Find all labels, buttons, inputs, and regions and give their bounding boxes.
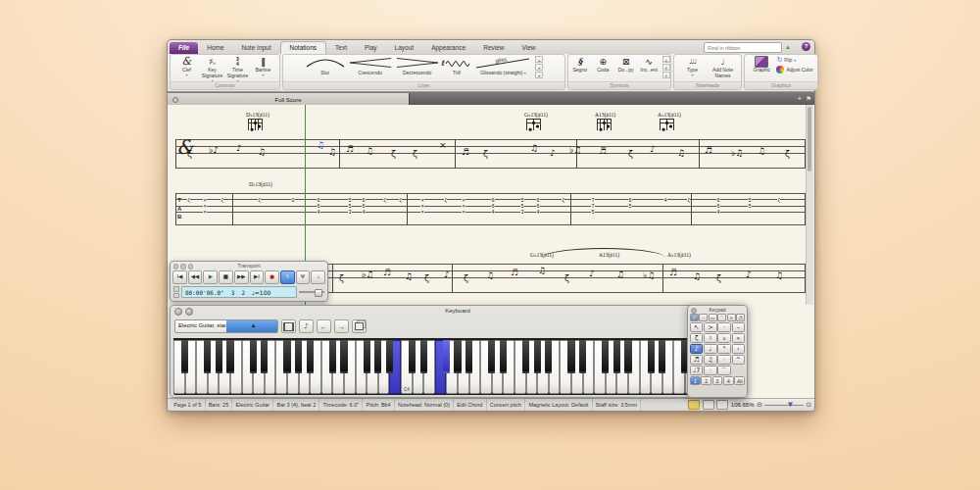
tab-file[interactable]: File [170,42,198,54]
note-input-icon[interactable]: ♪ [299,319,314,333]
tab-notations[interactable]: Notations [280,41,326,54]
tab-view[interactable]: View [514,42,545,54]
tab-numbers[interactable]: 664 [362,197,366,216]
zoom-out-icon[interactable]: ⊖ [757,400,762,410]
status-pitch[interactable]: Pitch: Bb4 [363,399,394,411]
tab-numbers[interactable]: 664 [716,197,720,216]
piano-key-black[interactable] [443,340,450,373]
decrescendo-button[interactable]: Decrescendo [394,56,441,75]
play-button[interactable]: ▶ [203,270,218,284]
keypad-button[interactable]: ♩7 [690,366,703,375]
piano-keyboard[interactable]: C4 [173,338,742,395]
status-page-1-of-5[interactable]: Page 1 of 5 [171,399,206,411]
instrument-select[interactable]: Electric Guitar, standard tuning ▲▼ [174,319,278,333]
tab-numbers[interactable]: ζ [562,197,564,203]
chord-symbol[interactable]: G♭13(♯11) [524,112,548,130]
chord-symbol[interactable]: A13(♯11) [595,112,615,130]
group-scroll-arrows[interactable]: ▴▾▾ [535,56,544,78]
tab-numbers[interactable]: ζ [777,197,780,203]
note-glyph[interactable]: ζ [187,150,192,159]
note-glyph[interactable]: ♪ [550,149,556,158]
tab-home-icon[interactable] [172,97,178,103]
keypad-tab-common-notes[interactable]: ♪ [690,314,699,321]
keypad-button[interactable]: ζ [690,333,703,343]
selected-note[interactable]: ♫ [317,141,324,150]
note-glyph[interactable]: ♭♪ [209,146,219,155]
piano-key-black[interactable] [534,340,541,373]
panel-close-dot[interactable] [691,308,697,314]
piano-key-black[interactable] [340,340,347,373]
tab-numbers[interactable]: ××× [203,197,207,216]
tab-numbers[interactable]: 4 [663,197,667,203]
move-playback-line-button[interactable]: ♩ [311,270,325,284]
tab-numbers[interactable]: 65 [628,197,632,210]
note-glyph[interactable]: ♫ [366,147,373,156]
chord-symbol[interactable]: D♭13(♯11) [249,181,272,187]
tab-numbers[interactable]: ζ [687,197,690,203]
piano-key-black[interactable] [579,340,586,373]
trill-button[interactable]: tTrill [441,56,473,75]
piano-key-black[interactable] [283,340,290,373]
note-glyph[interactable]: ♫ [677,149,685,158]
tab-play[interactable]: Play [356,42,386,54]
keypad-button[interactable]: › [732,344,745,354]
piano-key-black[interactable] [261,340,268,373]
note-glyph[interactable]: ζ [339,274,344,283]
keypad-button[interactable]: ♬ [690,355,703,365]
tab-numbers[interactable]: 0 [291,197,295,203]
note-glyph[interactable]: ♫ [486,271,494,280]
tab-numbers[interactable]: ζ [187,197,190,203]
status-bars[interactable]: Bars: 25 [206,399,233,411]
keyboard-panel[interactable]: Keyboard Electric Guitar, standard tunin… [170,305,746,398]
tab-numbers[interactable]: ζ [444,197,447,203]
keypad-button[interactable]: · [704,366,716,375]
crescendo-button[interactable]: Crescendo [347,56,394,75]
keypad-button[interactable]: ↖ [690,322,703,332]
note-glyph[interactable]: ♫ [775,271,783,280]
voice-button-4[interactable]: 4 [723,376,734,385]
stop-button[interactable]: ■ [219,270,233,284]
keypad-button[interactable]: ♫ [704,355,716,365]
piano-key-black[interactable] [181,340,188,373]
voice-button-all[interactable]: All [734,376,745,385]
note-glyph[interactable]: ♫ [616,270,624,279]
piano-key-black[interactable] [364,340,370,373]
keypad-panel[interactable]: Keypad ♪–▭⌒×♬ ↖>·–ζ♮♭«♪♩°›♬♫·^♩7·⌒ 1234A… [687,305,748,398]
keypad-tab-articulations[interactable]: ⌒ [717,314,726,321]
status-electric-guitar[interactable]: Electric Guitar [232,399,273,411]
keypad-tab-beams-tremolos[interactable]: ▭ [709,314,717,321]
note-glyph[interactable]: ♫ [328,148,336,157]
tab-filter-icon[interactable]: ⚑ [806,93,811,105]
status-notehead[interactable]: Notehead: Normal (0) [395,399,454,411]
tab-numbers[interactable]: 553 [520,197,524,216]
go-to-start-button[interactable]: I◀ [172,270,187,284]
tab-text[interactable]: Text [326,42,356,54]
tab-note-input[interactable]: Note Input [233,42,280,54]
keypad-button[interactable]: ♩ [704,344,716,354]
tab-numbers[interactable]: ζ [399,197,402,203]
status-timecode[interactable]: Timecode: 6.0" [319,399,363,411]
note-glyph[interactable]: ♭♫ [569,146,581,155]
tab-review[interactable]: Review [474,42,513,54]
chord-diagram[interactable] [248,119,263,130]
piano-key-black[interactable] [454,340,461,373]
tab-numbers[interactable]: 775 [591,197,595,216]
note-glyph[interactable]: ♭♫ [731,149,743,158]
tab-numbers[interactable]: ζ [220,197,223,203]
keypad-button[interactable]: ♪ [690,344,703,354]
keypad-button[interactable]: ⌒ [717,366,730,375]
note-glyph[interactable]: ζ [391,150,396,159]
fast-forward-button[interactable]: ▶▶ [234,270,249,284]
piano-key-black[interactable] [522,340,529,373]
panel-control-dots[interactable] [174,308,193,316]
go-to-end-button[interactable]: ▶I [250,270,265,284]
select-stepper-icon[interactable]: ▲▼ [226,320,277,332]
note-glyph[interactable]: ♫ [530,144,538,153]
transport-resize-handle[interactable] [173,286,179,298]
keyboard-layout-icon[interactable] [281,319,296,333]
note-glyph[interactable]: ζ [628,150,633,159]
note-glyph[interactable]: ♭♫ [643,271,655,280]
key-signature-button[interactable]: ♯♭Key Signature▾ [200,56,225,83]
keypad-button[interactable]: ♭ [717,333,730,343]
note-glyph[interactable]: ζ [413,150,417,159]
